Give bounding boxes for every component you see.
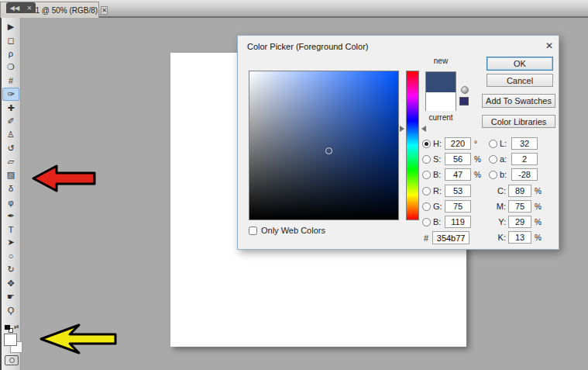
color-libraries-button[interactable]: Color Libraries	[482, 115, 555, 128]
field-row-b: B: %	[422, 168, 481, 181]
h-input[interactable]	[445, 137, 471, 150]
quick-selection-tool[interactable]: ❍	[2, 61, 20, 74]
current-color-label: current	[425, 113, 456, 122]
hex-input[interactable]	[432, 231, 469, 244]
pen-tool[interactable]: ✒	[2, 209, 20, 222]
eraser-tool[interactable]: ▱	[2, 155, 20, 168]
web-color-warning-icon[interactable]	[459, 97, 469, 105]
rectangular-marquee-tool[interactable]: ◻	[2, 33, 20, 47]
3d-camera-tool[interactable]: ✥	[2, 276, 20, 289]
brush-tool[interactable]: ✐	[2, 115, 20, 128]
lasso-tool[interactable]: ρ	[2, 47, 20, 61]
k-unit: %	[535, 233, 542, 242]
b-radio[interactable]	[422, 171, 431, 179]
add-to-swatches-button[interactable]: Add To Swatches	[482, 94, 555, 108]
a-radio[interactable]	[489, 155, 497, 164]
l-radio[interactable]	[489, 140, 497, 148]
a-label: a:	[500, 154, 511, 164]
cancel-button[interactable]: Cancel	[487, 74, 553, 87]
hue-slider-marker-left[interactable]	[400, 126, 404, 132]
r-radio[interactable]	[422, 187, 431, 195]
r-label: R:	[433, 186, 445, 195]
history-brush-tool[interactable]: ↺	[2, 142, 20, 155]
field-row-h: H: °	[422, 137, 477, 150]
quick-mask-icon	[9, 358, 15, 363]
field-row-y: Y: %	[493, 216, 542, 228]
foreground-color-swatch[interactable]	[4, 334, 17, 346]
spot-healing-brush-tool[interactable]: ✚	[2, 101, 20, 114]
m-input[interactable]	[508, 200, 531, 213]
gamut-warning-icon[interactable]	[461, 86, 469, 94]
b2-input[interactable]	[445, 216, 471, 228]
tab-bar: ed-1 @ 50% (RGB/8) ✕	[0, 0, 588, 18]
crop-tool[interactable]: #	[2, 74, 20, 88]
s-input[interactable]	[445, 153, 471, 165]
hue-slider-marker-right[interactable]	[421, 126, 426, 132]
blur-tool[interactable]: δ	[2, 182, 20, 195]
h-unit: °	[474, 140, 477, 148]
field-row-s: S: %	[422, 153, 481, 165]
lab-b-radio[interactable]	[489, 171, 497, 179]
r-input[interactable]	[445, 185, 471, 197]
k-input[interactable]	[508, 231, 531, 244]
hex-label: #	[424, 233, 428, 243]
3d-rotate-tool[interactable]: ↻	[2, 263, 20, 276]
collapse-panel-icon[interactable]: ◀◀	[10, 5, 19, 12]
lab-b-input[interactable]	[511, 168, 538, 181]
new-current-swatch	[425, 71, 456, 111]
default-colors-icon[interactable]	[5, 325, 13, 333]
b2-label: B:	[433, 217, 445, 226]
move-tool[interactable]: ▶	[2, 20, 20, 33]
dodge-tool[interactable]: φ	[2, 195, 20, 209]
g-label: G:	[433, 202, 445, 211]
c-input[interactable]	[508, 185, 531, 197]
swap-colors-icon[interactable]: ⇄	[14, 323, 19, 330]
y-label: Y:	[493, 217, 506, 226]
saturation-brightness-field[interactable]	[249, 71, 399, 220]
y-input[interactable]	[508, 216, 531, 228]
y-unit: %	[535, 218, 542, 226]
eyedropper-tool[interactable]: ✑	[2, 88, 19, 101]
only-web-colors-checkbox[interactable]	[249, 226, 257, 235]
m-unit: %	[535, 202, 542, 211]
field-row-lab-b: b:	[489, 168, 538, 181]
dialog-close-icon[interactable]: ✕	[543, 40, 555, 52]
lab-b-label: b:	[500, 170, 511, 179]
tab-close-icon[interactable]: ✕	[101, 6, 108, 15]
field-row-a: a:	[489, 153, 538, 165]
dialog-title: Color Picker (Foreground Color)	[247, 42, 369, 51]
yellow-annotation-arrow	[39, 323, 118, 355]
h-radio[interactable]	[422, 140, 431, 148]
color-picker-dialog: Color Picker (Foreground Color) ✕ new cu…	[237, 35, 559, 250]
clone-stamp-tool[interactable]: ♙	[2, 128, 20, 141]
path-selection-tool[interactable]: ➤	[2, 236, 20, 249]
ellipse-tool[interactable]: ○	[2, 250, 20, 263]
b-input[interactable]	[445, 168, 471, 181]
only-web-colors-label: Only Web Colors	[261, 226, 325, 235]
toolbox: ▶ ◻ ρ ❍ # ✑ ✚ ✐ ♙ ↺ ▱ ▨ δ φ ✒ T ➤ ○ ↻ ✥ …	[0, 18, 21, 370]
field-row-k: K: %	[493, 231, 542, 244]
ok-button[interactable]: OK	[487, 57, 553, 71]
hue-slider[interactable]	[406, 71, 419, 220]
type-tool[interactable]: T	[2, 223, 20, 236]
field-row-g: G:	[422, 200, 474, 213]
g-input[interactable]	[445, 200, 471, 213]
close-panel-icon[interactable]: ✕	[27, 5, 33, 12]
paint-bucket-tool[interactable]: ▨	[2, 168, 20, 182]
hex-field-row: #	[424, 231, 469, 244]
hand-tool[interactable]: ☛	[2, 290, 20, 303]
quick-mask-button[interactable]	[5, 355, 19, 365]
color-field-marker[interactable]	[325, 147, 332, 154]
tool-list: ▶ ◻ ρ ❍ # ✑ ✚ ✐ ♙ ↺ ▱ ▨ δ φ ✒ T ➤ ○ ↻ ✥ …	[2, 20, 20, 317]
zoom-tool[interactable]: Ϙ	[2, 303, 20, 316]
l-input[interactable]	[511, 137, 538, 150]
current-color-swatch	[426, 92, 456, 111]
g-radio[interactable]	[422, 202, 431, 211]
l-label: L:	[500, 139, 511, 148]
toolbox-panel-header: ◀◀ ✕	[6, 2, 36, 13]
field-row-b2: B:	[422, 216, 474, 228]
field-row-r: R:	[422, 185, 474, 197]
b2-radio[interactable]	[422, 218, 431, 226]
s-radio[interactable]	[422, 155, 431, 164]
a-input[interactable]	[511, 153, 538, 165]
